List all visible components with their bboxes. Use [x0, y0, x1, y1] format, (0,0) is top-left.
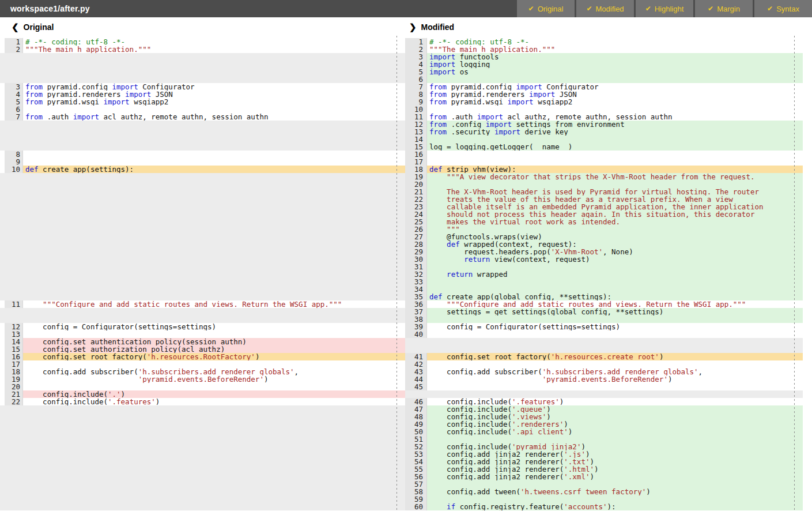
line-number: 14: [5, 338, 23, 345]
line-number: 4: [405, 61, 427, 68]
diff-row-left: [0, 278, 405, 285]
line-number: 14: [405, 136, 427, 143]
toggle-highlight-button[interactable]: ✔Highlight: [636, 0, 693, 17]
window-title: workspace1/after.py: [10, 4, 90, 13]
line-number: [405, 390, 427, 398]
diff-row-left: 10def create_app(settings):: [0, 166, 405, 173]
code-line: [23, 151, 405, 158]
pane-edge: [0, 106, 5, 113]
code-line: [23, 293, 405, 300]
margin-guide-right: [794, 36, 795, 511]
diff-row-left: [0, 248, 405, 256]
diff-row-left: [0, 420, 405, 428]
text-token: @functools.wraps(view): [429, 233, 542, 241]
diff-row-left: [0, 428, 405, 435]
code-line: """A view decorator that strips the X-Vh…: [427, 173, 803, 181]
code-line: [23, 435, 405, 443]
diff-row-left: 1# -*- coding: utf-8 -*-: [0, 38, 405, 46]
keyword-token: import: [529, 91, 555, 98]
pane-edge: [0, 503, 5, 510]
original-pane-header[interactable]: ❮ Original: [12, 22, 54, 32]
diff-row-left: [0, 226, 405, 233]
text-token: .security: [447, 128, 494, 136]
line-number: 13: [405, 128, 427, 136]
diff-row-right: 32 return wrapped: [405, 270, 803, 278]
line-number: 5: [405, 68, 427, 76]
code-line: """Configure and add static routes and v…: [427, 300, 803, 308]
code-line: [23, 480, 405, 488]
diff-row-right: 16: [405, 151, 803, 158]
line-number: 46: [405, 398, 427, 405]
diff-row-left: [0, 503, 405, 510]
string-token: """Configure and add static routes and v…: [447, 300, 746, 308]
line-number: [5, 495, 23, 503]
line-number: 47: [405, 405, 427, 413]
diff-row-right: 31: [405, 263, 803, 270]
diff-row-right: 48 config.include('.views'): [405, 413, 803, 420]
modified-pane: 1# -*- coding: utf-8 -*-2"""The main h a…: [405, 36, 803, 511]
code-line: from .auth import acl_authz, remote_auth…: [23, 113, 405, 121]
toggle-syntax-button[interactable]: ✔Syntax: [754, 0, 812, 17]
line-number: 7: [5, 113, 23, 121]
toggle-modified-button[interactable]: ✔Modified: [576, 0, 634, 17]
text-token: ): [668, 375, 673, 383]
pane-edge: [0, 98, 5, 106]
code-line: def create_app(settings):: [23, 166, 405, 173]
code-line: [427, 181, 803, 188]
code-line: [23, 241, 405, 248]
text-token: JSON: [555, 91, 577, 98]
code-line: from .auth import acl_authz, remote_auth…: [427, 113, 803, 121]
modified-pane-header[interactable]: ❯ Modified: [409, 22, 454, 32]
diff-row-right: 33: [405, 278, 803, 285]
comment-token: # -*- coding: utf-8 -*-: [25, 38, 125, 46]
toggle-original-button[interactable]: ✔Original: [517, 0, 575, 17]
line-number: 33: [405, 278, 427, 285]
text-token: ): [659, 353, 664, 360]
text-token: wsgiapp2: [534, 98, 573, 106]
margin-guide-left: [396, 36, 397, 511]
pane-edge: [0, 345, 5, 353]
line-number: 41: [405, 353, 427, 360]
text-token: create_app(settings):: [39, 166, 134, 173]
text-token: [429, 375, 542, 383]
line-number: 3: [5, 83, 23, 91]
pane-edge: [0, 420, 5, 428]
code-line: [23, 226, 405, 233]
code-line: [427, 338, 803, 345]
diff-row-right: 59: [405, 495, 803, 503]
diff-row-right: 6: [405, 76, 803, 83]
code-line: [23, 196, 405, 203]
text-token: derive_key: [520, 128, 568, 136]
line-number: 31: [405, 263, 427, 270]
diff-row-left: 6: [0, 106, 405, 113]
pane-edge: [0, 83, 5, 91]
toggle-margin-button[interactable]: ✔Margin: [695, 0, 753, 17]
diff-row-right: 52 config.include('pyramid_jinja2'): [405, 443, 803, 450]
diff-row-right: 41 config.set_root_factory('h.resources.…: [405, 353, 803, 360]
keyword-token: return: [464, 256, 490, 263]
code-line: """: [427, 226, 803, 233]
text-token: config.add_jinja2_renderer(: [429, 465, 564, 473]
line-number: [5, 226, 23, 233]
keyword-token: return: [447, 270, 473, 278]
diff-row-left: 16 config.set_root_factory('h.resources.…: [0, 353, 405, 360]
keyword-token: import: [429, 68, 455, 76]
code-line: """Configure and add static routes and v…: [23, 300, 405, 308]
line-number: [5, 241, 23, 248]
line-number: 17: [405, 158, 427, 166]
pane-edge: [0, 443, 5, 450]
code-line: config.include('.'): [23, 390, 405, 398]
code-line: 'pyramid.events.BeforeRender'): [427, 375, 803, 383]
code-line: [427, 158, 803, 166]
code-line: [23, 61, 405, 68]
keyword-token: def: [25, 166, 39, 173]
pane-edge: [0, 248, 5, 256]
chevron-right-icon: ❯: [409, 22, 417, 32]
diff-row-left: 20: [0, 383, 405, 390]
line-number: [405, 345, 427, 353]
string-token: '.features': [108, 398, 156, 405]
diff-row-right: 47 config.include('.queue'): [405, 405, 803, 413]
code-line: from pyramid.wsgi import wsgiapp2: [23, 98, 405, 106]
code-line: [427, 106, 803, 113]
diff-row-left: 5from pyramid.wsgi import wsgiapp2: [0, 98, 405, 106]
